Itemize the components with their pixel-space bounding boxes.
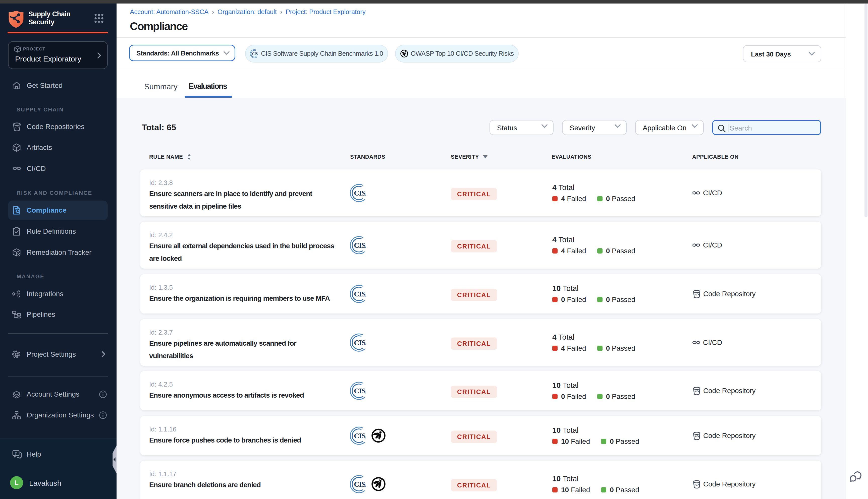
svg-text:?: ?	[14, 451, 17, 455]
